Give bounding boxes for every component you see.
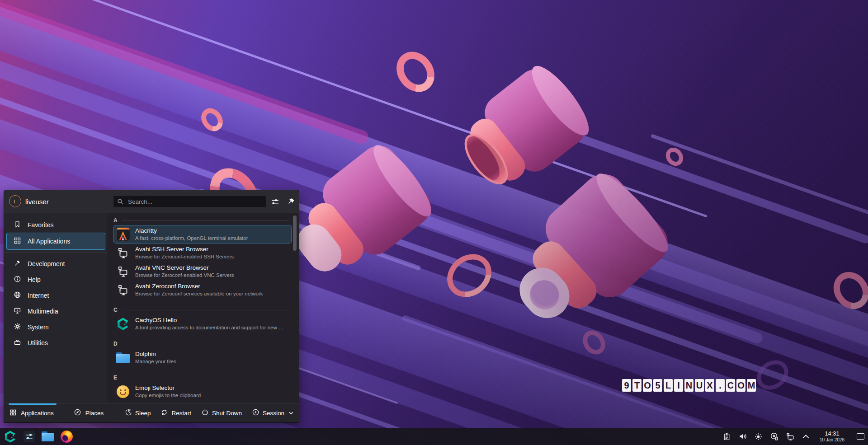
app-description: Browse for Zeroconf-enabled SSH Servers — [135, 253, 234, 260]
sidebar-item-system[interactable]: System — [6, 319, 105, 335]
avahi-monitor-icon — [116, 283, 130, 297]
folder-icon — [116, 351, 130, 365]
app-row-avahi-vnc[interactable]: Avahi VNC Server Browser Browse for Zero… — [113, 262, 292, 281]
firefox-button[interactable] — [61, 431, 73, 443]
clock-time: 14:31 — [825, 431, 840, 437]
sidebar-item-utilities[interactable]: Utilities — [6, 335, 105, 351]
globe-icon — [14, 291, 21, 300]
session-button[interactable]: Session — [252, 408, 293, 417]
brightness-icon[interactable] — [754, 431, 764, 441]
disks-devices-icon[interactable] — [769, 431, 779, 441]
sidebar-item-multimedia[interactable]: Multimedia — [6, 303, 105, 319]
active-tab-indicator — [9, 403, 57, 405]
section-rule — [122, 344, 289, 344]
restart-icon — [160, 408, 168, 417]
sidebar-item-internet[interactable]: Internet — [6, 287, 105, 303]
watermark-tile: M — [747, 379, 756, 392]
clipboard-icon[interactable] — [722, 431, 732, 441]
sidebar-item-all-applications[interactable]: All Applications — [6, 233, 105, 250]
cachyos-icon — [116, 317, 130, 331]
sidebar-item-favorites[interactable]: Favorites — [6, 217, 105, 233]
action-label: Shut Down — [212, 410, 242, 417]
pin-icon[interactable] — [286, 197, 296, 206]
action-label: Session — [263, 410, 284, 417]
app-name: Alacritty — [135, 227, 248, 235]
launcher-body: Favorites All Applications — [4, 213, 299, 403]
app-row-dolphin[interactable]: Dolphin Manage your files — [113, 348, 292, 367]
clock[interactable]: 14:31 10 Jan 2026 — [820, 431, 844, 442]
watermark-tile: 5 — [653, 379, 662, 392]
taskbar: 14:31 10 Jan 2026 — [0, 428, 868, 445]
app-description: A tool providing access to documentation… — [135, 324, 284, 331]
clock-date: 10 Jan 2026 — [820, 437, 844, 443]
app-row-alacritty[interactable]: Alacritty A fast, cross-platform, OpenGL… — [113, 225, 292, 244]
app-name: Dolphin — [135, 351, 176, 358]
watermark-tile: O — [643, 379, 652, 392]
sidebar-item-label: Multimedia — [28, 308, 58, 315]
cachyos-menu-button[interactable] — [4, 430, 17, 443]
network-icon[interactable] — [785, 431, 795, 441]
app-section-E: E Emoji Selector Copy emojis to the clip… — [113, 373, 299, 401]
section-letter: A — [113, 217, 118, 224]
system-settings-button[interactable] — [24, 431, 35, 442]
avahi-monitor-icon — [116, 264, 130, 279]
sleep-button[interactable]: Sleep — [124, 408, 151, 417]
app-row-avahi-zeroconf[interactable]: Avahi Zeroconf Browser Browse for Zeroco… — [113, 281, 292, 299]
watermark-tile: . — [716, 379, 725, 392]
monitor-play-icon — [14, 307, 21, 316]
grid-icon — [9, 409, 17, 417]
watermark-tile: N — [684, 379, 693, 392]
show-desktop-button[interactable] — [857, 433, 864, 440]
section-rule — [122, 310, 289, 310]
app-section-D: D Dolphin Manage your files — [113, 339, 299, 367]
tab-applications[interactable]: Applications — [9, 409, 54, 417]
moon-icon — [124, 408, 132, 417]
sidebar-item-development[interactable]: Development — [6, 256, 105, 272]
sidebar-item-label: System — [28, 323, 49, 331]
watermark-tile: T — [632, 379, 642, 392]
compass-icon — [74, 408, 81, 417]
session-actions: Sleep Restart — [124, 408, 293, 417]
launcher-header: L liveuser — [4, 190, 299, 213]
watermark-tile: X — [705, 379, 714, 392]
app-section-A: A — [113, 216, 299, 299]
launcher-footer: Applications Places — [4, 403, 299, 422]
tab-places[interactable]: Places — [74, 408, 104, 417]
sidebar-separator — [4, 253, 108, 253]
restart-button[interactable]: Restart — [160, 408, 191, 417]
sidebar-item-label: Favorites — [28, 221, 54, 229]
application-list: A — [108, 213, 299, 403]
section-rule — [122, 220, 289, 221]
app-row-avahi-ssh[interactable]: Avahi SSH Server Browser Browse for Zero… — [113, 244, 292, 262]
watermark-tile: L — [664, 379, 673, 392]
watermark-9to5linux: 9 T O 5 L I N U X . C O M — [622, 379, 756, 392]
user-avatar[interactable]: L — [9, 195, 21, 207]
toolbox-icon — [14, 338, 21, 347]
volume-icon[interactable] — [738, 431, 748, 441]
sidebar-item-help[interactable]: Help — [6, 272, 105, 287]
system-tray: 14:31 10 Jan 2026 — [722, 431, 864, 442]
configure-icon[interactable] — [270, 197, 280, 206]
sidebar-item-label: All Applications — [28, 238, 70, 245]
chevron-down-icon — [289, 412, 293, 415]
section-letter: C — [113, 307, 118, 313]
app-description: Browse for Zeroconf services available o… — [135, 290, 263, 297]
desktop-screen: 9 T O 5 L I N U X . C O M L liveuser — [0, 0, 868, 445]
watermark-tile: U — [695, 379, 704, 392]
dolphin-button[interactable] — [42, 431, 54, 441]
app-name: CachyOS Hello — [135, 317, 284, 324]
shutdown-button[interactable]: Shut Down — [201, 408, 242, 417]
search-icon — [117, 198, 124, 205]
info-icon — [14, 275, 21, 284]
search-field[interactable] — [113, 195, 266, 208]
app-name: Avahi SSH Server Browser — [135, 246, 234, 253]
app-row-emoji-selector[interactable]: Emoji Selector Copy emojis to the clipbo… — [113, 382, 292, 401]
app-description: Browse for Zeroconf-enabled VNC Servers — [135, 272, 234, 278]
expand-tray-icon[interactable] — [801, 431, 811, 441]
search-input[interactable] — [127, 198, 262, 206]
sidebar-item-label: Utilities — [28, 339, 48, 347]
watermark-tile: O — [736, 379, 745, 392]
scrollbar-thumb[interactable] — [293, 215, 297, 251]
app-row-cachyos-hello[interactable]: CachyOS Hello A tool providing access to… — [113, 314, 292, 333]
launcher-sidebar: Favorites All Applications — [4, 213, 108, 403]
